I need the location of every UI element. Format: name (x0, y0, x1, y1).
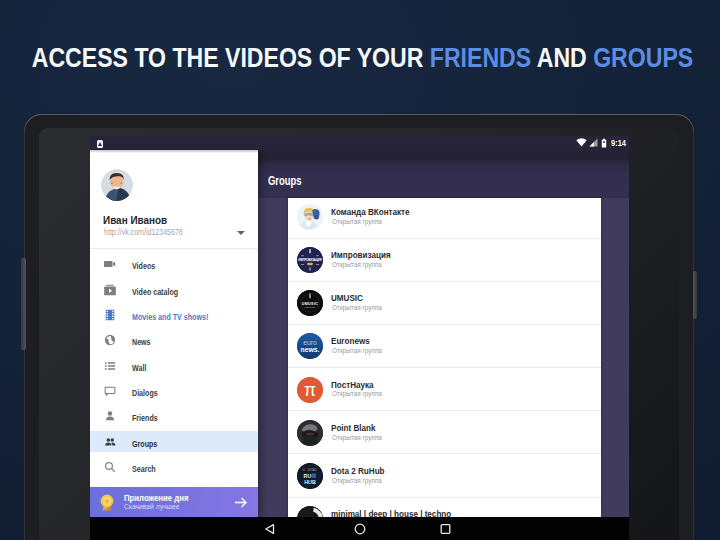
svg-text:π: π (303, 380, 315, 400)
svg-text:SUBSCRIBE: SUBSCRIBE (304, 306, 315, 308)
svg-text:news.: news. (300, 346, 319, 353)
svg-text:ИМПРОВИЗАЦИЯ: ИМПРОВИЗАЦИЯ (298, 258, 321, 262)
svg-text:DOTA 2: DOTA 2 (307, 468, 317, 472)
svg-text:HUB: HUB (304, 479, 316, 485)
